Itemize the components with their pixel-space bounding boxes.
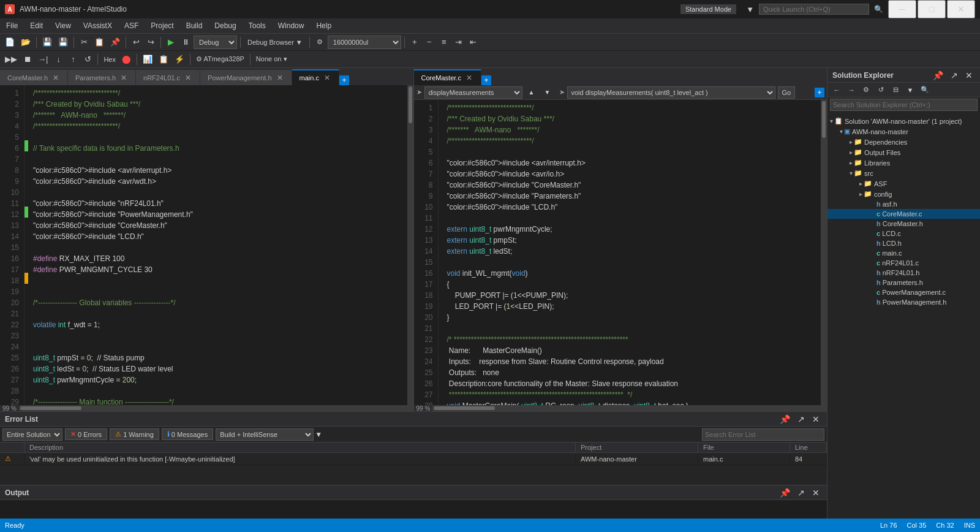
save-btn[interactable]: 💾 bbox=[40, 36, 55, 49]
step-over-btn[interactable]: →| bbox=[36, 53, 50, 66]
zoom-out-btn[interactable]: − bbox=[423, 36, 436, 49]
tree-item-asf-h[interactable]: hasf.h bbox=[827, 199, 980, 209]
messages-badge[interactable]: ℹ 0 Messages bbox=[162, 428, 213, 440]
menu-window[interactable]: Window bbox=[272, 18, 311, 33]
menu-vassistx[interactable]: VAssistX bbox=[77, 18, 118, 33]
minimize-button[interactable]: ─ bbox=[888, 0, 916, 18]
scope-dropdown[interactable]: displayMeasurements bbox=[424, 86, 522, 99]
continue-btn[interactable]: ▶▶ bbox=[2, 53, 20, 66]
debug-browser-btn[interactable]: Debug Browser ▼ bbox=[244, 36, 306, 49]
tree-item-dependencies[interactable]: ▸📁Dependencies bbox=[827, 137, 980, 147]
menu-help[interactable]: Help bbox=[310, 18, 337, 33]
right-scrollbar-h[interactable] bbox=[432, 405, 827, 411]
tree-item-coremaster-c[interactable]: cCoreMaster.c bbox=[827, 209, 980, 219]
new-btn[interactable]: 📄 bbox=[2, 36, 17, 49]
close-icon[interactable]: ✕ bbox=[465, 74, 473, 82]
scope-select[interactable]: Entire Solution bbox=[2, 428, 62, 441]
tree-item-parameters-h[interactable]: hParameters.h bbox=[827, 278, 980, 287]
right-code-content[interactable]: /*****************************//*** Crea… bbox=[442, 100, 821, 405]
menu-edit[interactable]: Edit bbox=[24, 18, 49, 33]
se-back-btn[interactable]: ← bbox=[830, 83, 843, 97]
tree-item-output-files[interactable]: ▸📁Output Files bbox=[827, 147, 980, 158]
tree-item-nrf24l01-h[interactable]: hnRF24L01.h bbox=[827, 268, 980, 278]
cut-btn[interactable]: ✂ bbox=[77, 36, 91, 49]
se-search-input[interactable] bbox=[830, 99, 978, 111]
se-filter-btn[interactable]: ▼ bbox=[903, 83, 917, 97]
tree-item-powermanagement-c[interactable]: cPowerManagement.c bbox=[827, 287, 980, 297]
step-into-btn[interactable]: ↓ bbox=[51, 53, 65, 66]
tab-coremaster-h[interactable]: CoreMaster.h ✕ bbox=[0, 69, 68, 85]
close-button[interactable]: ✕ bbox=[947, 0, 975, 18]
nav-down-btn[interactable]: ▼ bbox=[541, 86, 554, 99]
indent-btn[interactable]: ⇥ bbox=[452, 36, 466, 49]
stop-btn[interactable]: ⏹ bbox=[21, 53, 34, 66]
tab-parameters-h[interactable]: Parameters.h ✕ bbox=[68, 69, 136, 85]
redo-btn[interactable]: ↪ bbox=[144, 36, 157, 49]
se-refresh-btn[interactable]: ↺ bbox=[874, 83, 888, 97]
errors-badge[interactable]: ✕ 0 Errors bbox=[65, 428, 107, 440]
close-icon[interactable]: ✕ bbox=[323, 74, 331, 82]
tree-item-awm-nano-master[interactable]: ▾▣AWM-nano-master bbox=[827, 126, 980, 137]
mcu-settings-btn[interactable]: ⚙ bbox=[313, 36, 326, 49]
align-btn[interactable]: ≡ bbox=[437, 36, 451, 49]
tree-item-src[interactable]: ▾📁src bbox=[827, 168, 980, 178]
open-btn[interactable]: 📂 bbox=[18, 36, 33, 49]
frequency-select[interactable]: 16000000ul bbox=[328, 36, 401, 49]
tree-item-lcd-c[interactable]: cLCD.c bbox=[827, 229, 980, 238]
function-dropdown[interactable]: void displayMeasurements( uint8_t level_… bbox=[567, 86, 775, 99]
paste-btn[interactable]: 📌 bbox=[108, 36, 123, 49]
step-out-btn[interactable]: ↑ bbox=[66, 53, 80, 66]
menu-build[interactable]: Build bbox=[180, 18, 209, 33]
io-btn[interactable]: ⚡ bbox=[172, 53, 187, 66]
maximize-button[interactable]: □ bbox=[918, 0, 946, 18]
tree-item-asf[interactable]: ▸📁ASF bbox=[827, 178, 980, 189]
tree-item-coremaster-h[interactable]: hCoreMaster.h bbox=[827, 219, 980, 229]
tab-main-c[interactable]: main.c ✕ bbox=[292, 69, 339, 85]
copy-btn[interactable]: 📋 bbox=[92, 36, 107, 49]
menu-debug[interactable]: Debug bbox=[208, 18, 242, 33]
menu-tools[interactable]: Tools bbox=[243, 18, 272, 33]
tree-item-libraries[interactable]: ▸📁Libraries bbox=[827, 158, 980, 168]
se-collapse-btn[interactable]: ⊟ bbox=[889, 83, 902, 97]
go-button[interactable]: Go bbox=[778, 86, 796, 99]
tree-item-main-c[interactable]: cmain.c bbox=[827, 248, 980, 258]
mem-btn[interactable]: 📊 bbox=[140, 53, 155, 66]
error-row-0[interactable]: ⚠ 'val' may be used uninitialized in thi… bbox=[0, 453, 827, 465]
se-search2-btn[interactable]: 🔍 bbox=[918, 83, 932, 97]
output-close-btn[interactable]: ✕ bbox=[810, 488, 822, 498]
tree-item-solution-'awm-nano-master'-(1-project)[interactable]: ▾📋Solution 'AWM-nano-master' (1 project) bbox=[827, 116, 980, 126]
search-error-input[interactable] bbox=[702, 428, 824, 441]
left-scrollbar-v[interactable] bbox=[407, 85, 413, 405]
se-close-btn[interactable]: ✕ bbox=[963, 70, 975, 80]
menu-asf[interactable]: ASF bbox=[118, 18, 145, 33]
close-icon[interactable]: ✕ bbox=[276, 74, 284, 82]
pin-btn[interactable]: 📌 bbox=[777, 414, 793, 424]
output-float-btn[interactable]: ↗ bbox=[795, 488, 807, 498]
hex-btn[interactable]: ⬤ bbox=[119, 53, 134, 66]
left-code-content[interactable]: /*****************************//*** Crea… bbox=[28, 85, 407, 405]
left-scrollbar-h[interactable] bbox=[19, 405, 413, 411]
tree-item-powermanagement-h[interactable]: hPowerManagement.h bbox=[827, 297, 980, 307]
float-btn[interactable]: ↗ bbox=[795, 414, 807, 424]
tree-item-config[interactable]: ▸📁config bbox=[827, 189, 980, 199]
se-pin-btn[interactable]: 📌 bbox=[930, 70, 946, 80]
menu-project[interactable]: Project bbox=[145, 18, 179, 33]
add-panel-btn[interactable]: + bbox=[815, 88, 824, 97]
menu-view[interactable]: View bbox=[49, 18, 77, 33]
warnings-badge[interactable]: ⚠ 1 Warning bbox=[110, 428, 159, 440]
close-icon[interactable]: ✕ bbox=[184, 74, 192, 82]
menu-file[interactable]: File bbox=[0, 18, 24, 33]
right-scrollbar-v[interactable] bbox=[821, 100, 827, 405]
build-select[interactable]: Build + IntelliSense bbox=[216, 428, 314, 441]
se-forward-btn[interactable]: → bbox=[845, 83, 858, 97]
restart-btn[interactable]: ↺ bbox=[81, 53, 94, 66]
tree-item-nrf24l01-c[interactable]: cnRF24L01.c bbox=[827, 258, 980, 268]
close-icon[interactable]: ✕ bbox=[51, 74, 60, 82]
save-all-btn[interactable]: 💾 bbox=[56, 36, 70, 49]
config-dropdown[interactable]: Debug Release bbox=[194, 36, 237, 49]
zoom-in-btn[interactable]: + bbox=[408, 36, 421, 49]
add-tab-button[interactable]: + bbox=[339, 75, 349, 85]
close-error-btn[interactable]: ✕ bbox=[810, 414, 822, 424]
undo-btn[interactable]: ↩ bbox=[129, 36, 143, 49]
pause-btn[interactable]: ⏸ bbox=[179, 36, 192, 49]
